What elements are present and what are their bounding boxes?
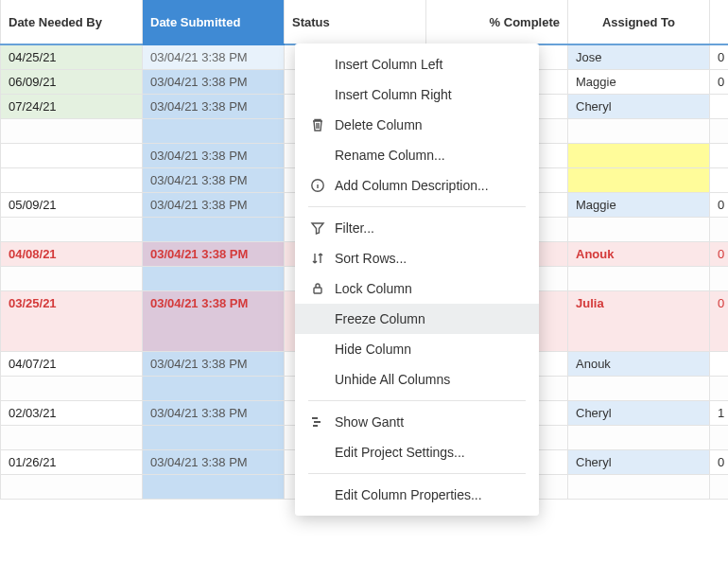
cell-extra[interactable]: [710, 94, 729, 118]
menu-separator: [308, 473, 526, 474]
sort-icon: [308, 251, 327, 266]
menu-rename-column[interactable]: Rename Column...: [295, 140, 539, 170]
cell-date-submitted[interactable]: 03/04/21 3:38 PM: [143, 290, 285, 351]
cell-assigned-to[interactable]: Cheryl: [568, 400, 710, 425]
menu-insert-right[interactable]: Insert Column Right: [295, 79, 539, 110]
gantt-icon: [308, 414, 327, 430]
cell-assigned-to[interactable]: Maggie: [568, 69, 710, 94]
cell-date-needed[interactable]: [1, 266, 143, 290]
menu-edit-project[interactable]: Edit Project Settings...: [295, 437, 539, 467]
cell-date-submitted[interactable]: 03/04/21 3:38 PM: [143, 143, 285, 167]
lock-icon: [308, 281, 327, 296]
cell-date-submitted[interactable]: [143, 217, 285, 241]
cell-extra[interactable]: 0: [710, 290, 729, 351]
menu-freeze-column[interactable]: Freeze Column: [295, 304, 539, 334]
menu-unhide-all[interactable]: Unhide All Columns: [295, 364, 539, 395]
menu-filter[interactable]: Filter...: [295, 213, 539, 243]
cell-extra[interactable]: [710, 266, 729, 290]
cell-extra[interactable]: [710, 217, 729, 241]
menu-separator: [308, 206, 526, 207]
cell-assigned-to[interactable]: [568, 118, 710, 143]
cell-extra[interactable]: [710, 376, 729, 400]
menu-show-gantt[interactable]: Show Gantt: [295, 407, 539, 437]
cell-assigned-to[interactable]: Cheryl: [568, 449, 710, 474]
cell-extra[interactable]: 0: [710, 192, 729, 217]
cell-date-needed[interactable]: 03/25/21: [1, 290, 143, 351]
cell-date-submitted[interactable]: 03/04/21 3:38 PM: [143, 400, 285, 425]
menu-insert-left[interactable]: Insert Column Left: [295, 49, 539, 79]
cell-extra[interactable]: 0: [710, 449, 729, 474]
cell-assigned-to[interactable]: [568, 425, 710, 449]
cell-assigned-to[interactable]: Anouk: [568, 351, 710, 376]
col-header-extra[interactable]: [710, 0, 729, 44]
cell-date-submitted[interactable]: 03/04/21 3:38 PM: [143, 192, 285, 217]
cell-extra[interactable]: [710, 474, 729, 499]
col-header-date-needed[interactable]: Date Needed By: [1, 0, 143, 44]
cell-date-submitted[interactable]: 03/04/21 3:38 PM: [143, 167, 285, 192]
cell-date-submitted[interactable]: 03/04/21 3:38 PM: [143, 69, 285, 94]
cell-date-submitted[interactable]: [143, 376, 285, 400]
cell-date-submitted[interactable]: [143, 425, 285, 449]
info-icon: [308, 178, 327, 193]
cell-date-needed[interactable]: [1, 118, 143, 143]
cell-date-needed[interactable]: [1, 474, 143, 499]
svg-rect-1: [314, 288, 321, 293]
cell-extra[interactable]: 0: [710, 69, 729, 94]
header-row: Date Needed By Date Submitted Status % C…: [1, 0, 729, 44]
cell-date-needed[interactable]: 01/26/21: [1, 449, 143, 474]
cell-date-needed[interactable]: 04/07/21: [1, 351, 143, 376]
cell-assigned-to[interactable]: Jose: [568, 44, 710, 69]
cell-date-submitted[interactable]: [143, 118, 285, 143]
cell-date-needed[interactable]: [1, 217, 143, 241]
menu-add-description[interactable]: Add Column Description...: [295, 170, 539, 201]
cell-assigned-to[interactable]: [568, 474, 710, 499]
cell-date-submitted[interactable]: [143, 266, 285, 290]
col-header-assigned-to[interactable]: Assigned To: [568, 0, 710, 44]
cell-assigned-to[interactable]: [568, 167, 710, 192]
cell-assigned-to[interactable]: [568, 266, 710, 290]
cell-extra[interactable]: [710, 425, 729, 449]
menu-separator: [308, 400, 526, 401]
cell-date-submitted[interactable]: 03/04/21 3:38 PM: [143, 94, 285, 118]
trash-icon: [308, 117, 327, 132]
cell-extra[interactable]: 1: [710, 400, 729, 425]
menu-lock-column[interactable]: Lock Column: [295, 273, 539, 304]
cell-date-needed[interactable]: 04/08/21: [1, 241, 143, 266]
menu-hide-column[interactable]: Hide Column: [295, 334, 539, 364]
cell-extra[interactable]: [710, 351, 729, 376]
cell-assigned-to[interactable]: Maggie: [568, 192, 710, 217]
cell-assigned-to[interactable]: Cheryl: [568, 94, 710, 118]
col-header-status[interactable]: Status: [285, 0, 426, 44]
cell-extra[interactable]: 0: [710, 241, 729, 266]
menu-sort-rows[interactable]: Sort Rows...: [295, 243, 539, 273]
cell-assigned-to[interactable]: [568, 376, 710, 400]
cell-assigned-to[interactable]: [568, 217, 710, 241]
cell-date-needed[interactable]: [1, 143, 143, 167]
cell-date-submitted[interactable]: 03/04/21 3:38 PM: [143, 241, 285, 266]
cell-date-needed[interactable]: 02/03/21: [1, 400, 143, 425]
cell-extra[interactable]: [710, 143, 729, 167]
filter-icon: [308, 220, 327, 236]
menu-delete-column[interactable]: Delete Column: [295, 110, 539, 140]
menu-edit-column-props[interactable]: Edit Column Properties...: [295, 480, 539, 510]
cell-date-needed[interactable]: [1, 425, 143, 449]
cell-date-needed[interactable]: 06/09/21: [1, 69, 143, 94]
cell-assigned-to[interactable]: Julia: [568, 290, 710, 351]
col-header-date-submitted[interactable]: Date Submitted: [143, 0, 285, 44]
col-header-pct-complete[interactable]: % Complete: [426, 0, 568, 44]
cell-extra[interactable]: [710, 167, 729, 192]
cell-extra[interactable]: [710, 118, 729, 143]
cell-date-needed[interactable]: 05/09/21: [1, 192, 143, 217]
cell-date-needed[interactable]: 07/24/21: [1, 94, 143, 118]
cell-date-needed[interactable]: [1, 376, 143, 400]
cell-date-needed[interactable]: 04/25/21: [1, 44, 143, 69]
cell-extra[interactable]: 0: [710, 44, 729, 69]
column-context-menu: Insert Column Left Insert Column Right D…: [295, 44, 539, 516]
cell-assigned-to[interactable]: [568, 143, 710, 167]
cell-date-submitted[interactable]: [143, 474, 285, 499]
cell-date-submitted[interactable]: 03/04/21 3:38 PM: [143, 351, 285, 376]
cell-assigned-to[interactable]: Anouk: [568, 241, 710, 266]
cell-date-needed[interactable]: [1, 167, 143, 192]
cell-date-submitted[interactable]: 03/04/21 3:38 PM: [143, 44, 285, 69]
cell-date-submitted[interactable]: 03/04/21 3:38 PM: [143, 449, 285, 474]
